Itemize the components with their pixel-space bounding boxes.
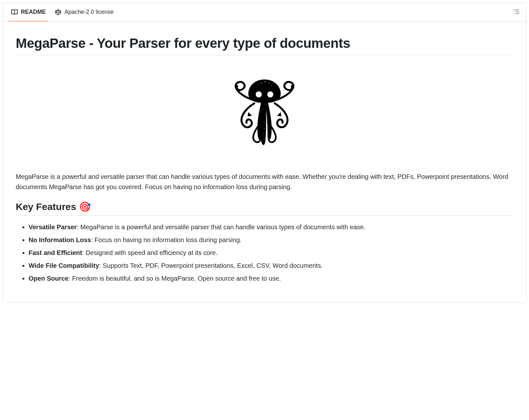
svg-point-15: [269, 122, 269, 122]
list-item: Versatile Parser: MegaParse is a powerfu…: [29, 222, 513, 232]
list-item: Wide File Compatibility: Supports Text, …: [29, 261, 513, 270]
list-item: No Information Loss: Focus on having no …: [29, 235, 513, 245]
svg-point-1: [267, 91, 273, 98]
readme-content: MegaParse - Your Parser for every type o…: [3, 22, 526, 302]
list-item: Open Source: Freedom is beautiful, and s…: [29, 274, 513, 283]
svg-point-7: [264, 109, 264, 110]
section-key-features: Key Features 🎯: [16, 201, 513, 216]
svg-point-3: [264, 81, 266, 83]
svg-point-12: [260, 112, 261, 113]
octopus-icon: [229, 146, 300, 152]
svg-point-13: [268, 112, 269, 113]
svg-point-14: [260, 122, 260, 122]
tab-readme[interactable]: README: [7, 3, 50, 21]
tab-license[interactable]: Apache-2.0 license: [50, 3, 118, 21]
svg-point-5: [258, 84, 259, 85]
intro-paragraph: MegaParse is a powerful and versatile pa…: [16, 171, 513, 192]
feature-list: Versatile Parser: MegaParse is a powerfu…: [16, 222, 513, 283]
law-icon: [55, 9, 61, 15]
outline-button[interactable]: [511, 6, 522, 18]
page-title: MegaParse - Your Parser for every type o…: [16, 36, 513, 55]
tab-readme-label: README: [21, 9, 46, 15]
svg-point-9: [264, 122, 265, 123]
svg-point-4: [269, 83, 270, 84]
project-logo: [16, 58, 513, 171]
svg-point-11: [264, 134, 264, 135]
book-icon: [11, 9, 18, 15]
svg-point-2: [261, 82, 262, 83]
list-unordered-icon: [513, 8, 520, 16]
svg-point-0: [256, 91, 262, 98]
readme-tabs: README Apache-2.0 license: [3, 3, 526, 22]
svg-point-6: [271, 85, 272, 86]
svg-point-10: [264, 128, 265, 129]
readme-panel: README Apache-2.0 license MegaParse - Yo…: [3, 3, 526, 303]
tab-license-label: Apache-2.0 license: [65, 9, 114, 15]
list-item: Fast and Efficient: Designed with speed …: [29, 248, 513, 258]
svg-point-8: [265, 115, 266, 116]
